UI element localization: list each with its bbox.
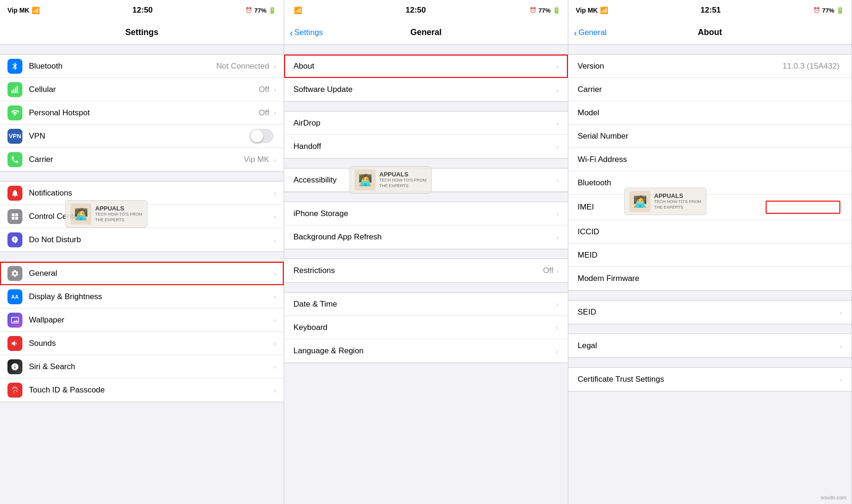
cellular-chevron: › (274, 85, 276, 93)
cert-trust-row[interactable]: Certificate Trust Settings › (568, 368, 852, 391)
cellular-value: Off (259, 85, 269, 94)
battery-pct-3: 77% (822, 7, 834, 14)
status-right-1: ⏰ 77% 🔋 (245, 7, 276, 14)
do-not-disturb-label: Do Not Disturb (29, 235, 272, 245)
time-2: 12:50 (405, 6, 426, 15)
serial-label: Serial Number (578, 132, 842, 141)
wallpaper-row[interactable]: Wallpaper › (0, 308, 284, 332)
wifi-address-row: Wi-Fi Address (568, 148, 852, 171)
siri-row[interactable]: Siri & Search › (0, 355, 284, 378)
background-refresh-chevron: › (556, 233, 559, 241)
handoff-chevron: › (556, 143, 559, 151)
sounds-row[interactable]: Sounds › (0, 332, 284, 355)
bluetooth-chevron: › (274, 62, 276, 70)
seid-chevron: › (840, 308, 842, 316)
legal-row[interactable]: Legal › (568, 334, 852, 357)
hotspot-value: Off (259, 108, 269, 118)
back-label-about: General (579, 28, 607, 37)
restrictions-group: Restrictions Off › (284, 259, 568, 283)
language-region-row[interactable]: Language & Region › (284, 339, 568, 363)
about-back-button[interactable]: ‹ General (574, 28, 607, 37)
seid-row[interactable]: SEID › (568, 301, 852, 324)
airdrop-row[interactable]: AirDrop › (284, 112, 568, 135)
wifi-icon-2: 📶 (294, 7, 302, 14)
control-center-row[interactable]: Control Center › (0, 205, 284, 228)
cert-trust-label: Certificate Trust Settings (578, 375, 840, 384)
hotspot-label: Personal Hotspot (29, 108, 259, 118)
model-row: Model (568, 101, 852, 125)
siri-chevron: › (274, 363, 276, 371)
storage-chevron: › (556, 210, 559, 217)
svg-rect-1 (13, 89, 14, 93)
notifications-chevron: › (274, 189, 276, 197)
spacer-2d (284, 249, 568, 259)
legal-group: Legal › (568, 334, 852, 358)
general-icon (7, 266, 22, 281)
handoff-row[interactable]: Handoff › (284, 135, 568, 158)
accessibility-row[interactable]: Accessibility › (284, 168, 568, 192)
notifications-label: Notifications (29, 189, 272, 198)
touch-id-chevron: › (274, 386, 276, 394)
touch-id-row[interactable]: Touch ID & Passcode › (0, 378, 284, 402)
battery-icon-1: 🔋 (268, 7, 276, 14)
display-brightness-row[interactable]: AA Display & Brightness › (0, 285, 284, 308)
serial-row: Serial Number (568, 125, 852, 148)
meid-row: MEID (568, 244, 852, 267)
about-panel: Vip MK 📶 12:51 ⏰ 77% 🔋 ‹ General About V… (568, 0, 852, 504)
vpn-icon: VPN (7, 129, 22, 144)
iphone-storage-label: iPhone Storage (293, 209, 556, 218)
date-time-row[interactable]: Date & Time › (284, 293, 568, 316)
restrictions-row[interactable]: Restrictions Off › (284, 259, 568, 282)
bluetooth-icon (7, 59, 22, 74)
keyboard-label: Keyboard (293, 323, 556, 332)
vpn-toggle-knob (251, 130, 263, 142)
accessibility-group: Accessibility › 🧑‍💻 APPUALS TECH HOW-TO'… (284, 168, 568, 192)
status-right-2: ⏰ 77% 🔋 (530, 7, 560, 14)
vpn-label: VPN (29, 132, 250, 141)
iccid-row: ICCID (568, 220, 852, 244)
general-back-button[interactable]: ‹ Settings (290, 28, 323, 37)
about-group: About › Software Update › (284, 54, 568, 102)
wifi-icon-1: 📶 (32, 7, 40, 14)
settings-panel: Vip MK 📶 12:50 ⏰ 77% 🔋 Settings (0, 0, 284, 504)
vpn-toggle[interactable] (250, 129, 273, 143)
about-row[interactable]: About › (284, 55, 568, 78)
svg-rect-0 (12, 90, 13, 93)
iphone-storage-row[interactable]: iPhone Storage › (284, 202, 568, 225)
general-row[interactable]: General › (0, 262, 284, 285)
clock-icon-3: ⏰ (813, 7, 820, 14)
connectivity-section: Bluetooth Not Connected › Cellular Off › (0, 54, 284, 172)
carrier-row[interactable]: Carrier Vip MK › (0, 148, 284, 171)
airdrop-label: AirDrop (293, 119, 556, 128)
version-row: Version 11.0.3 (15A432) (568, 55, 852, 78)
about-chevron: › (556, 62, 559, 70)
battery-icon-2: 🔋 (552, 7, 560, 14)
carrier-settings-label: Carrier (29, 155, 244, 164)
personal-hotspot-row[interactable]: Personal Hotspot Off › (0, 101, 284, 125)
clock-icon-2: ⏰ (530, 7, 537, 14)
keyboard-row[interactable]: Keyboard › (284, 316, 568, 339)
about-info-group: Version 11.0.3 (15A432) Carrier Model Se… (568, 54, 852, 291)
clock-icon-1: ⏰ (245, 7, 252, 14)
general-content: About › Software Update › AirDrop › Hand… (284, 45, 568, 504)
keyboard-chevron: › (556, 323, 559, 331)
vpn-row[interactable]: VPN VPN (0, 125, 284, 148)
cellular-row[interactable]: Cellular Off › (0, 78, 284, 101)
cert-trust-chevron: › (840, 376, 842, 384)
bluetooth-value: Not Connected (216, 62, 269, 71)
general-title: General (410, 28, 441, 37)
status-left-2: 📶 (292, 7, 302, 14)
background-refresh-row[interactable]: Background App Refresh › (284, 225, 568, 249)
software-update-row[interactable]: Software Update › (284, 78, 568, 101)
display-label: Display & Brightness (29, 292, 272, 301)
settings-content: Bluetooth Not Connected › Cellular Off › (0, 45, 284, 504)
carrier-label-1: Vip MK (7, 7, 29, 14)
notifications-row[interactable]: Notifications › (0, 182, 284, 205)
bluetooth-row[interactable]: Bluetooth Not Connected › (0, 55, 284, 78)
siri-label: Siri & Search (29, 362, 272, 371)
control-center-chevron: › (274, 212, 276, 220)
about-section: About › Software Update › (284, 54, 568, 102)
restrictions-label: Restrictions (293, 266, 543, 275)
do-not-disturb-row[interactable]: Do Not Disturb › (0, 228, 284, 252)
language-chevron: › (556, 347, 559, 355)
